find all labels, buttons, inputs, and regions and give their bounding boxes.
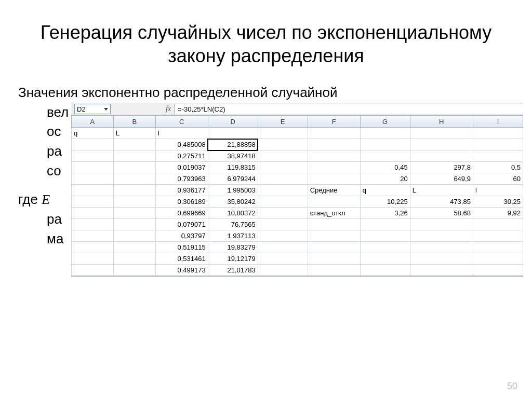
cell-B11[interactable]	[113, 242, 155, 253]
cell-G13[interactable]	[360, 265, 410, 276]
cell-A6[interactable]	[72, 185, 114, 196]
cell-C3[interactable]: 0,275711	[155, 150, 208, 162]
cell-C4[interactable]: 0,019037	[155, 162, 208, 173]
cell-H8[interactable]: 58,68	[410, 208, 473, 219]
cell-I3[interactable]	[473, 150, 523, 162]
formula-input[interactable]: =-30,25*LN(C2)	[174, 104, 523, 114]
cell-E13[interactable]	[258, 265, 308, 276]
col-head-E[interactable]: E	[258, 116, 308, 128]
cell-E2[interactable]	[258, 139, 308, 150]
cell-F9[interactable]	[308, 219, 360, 230]
cell-D2[interactable]: 21,88858	[208, 139, 258, 150]
col-head-H[interactable]: H	[410, 116, 473, 128]
cell-C10[interactable]: 0,93797	[155, 230, 208, 242]
cell-D3[interactable]: 38,97418	[208, 150, 258, 162]
cell-A1[interactable]: q	[72, 128, 114, 139]
cell-E7[interactable]	[258, 196, 308, 208]
cell-D8[interactable]: 10,80372	[208, 208, 258, 219]
cell-F4[interactable]	[308, 162, 360, 173]
cell-H10[interactable]	[410, 230, 473, 242]
cell-I12[interactable]	[473, 253, 523, 265]
cell-E5[interactable]	[258, 173, 308, 185]
cell-G7[interactable]: 10,225	[360, 196, 410, 208]
cell-G10[interactable]	[360, 230, 410, 242]
cell-C5[interactable]: 0,793963	[155, 173, 208, 185]
cell-D12[interactable]: 19,12179	[208, 253, 258, 265]
cell-H13[interactable]	[410, 265, 473, 276]
cell-B12[interactable]	[113, 253, 155, 265]
cell-H7[interactable]: 473,85	[410, 196, 473, 208]
cell-C6[interactable]: 0,936177	[155, 185, 208, 196]
cell-I9[interactable]	[473, 219, 523, 230]
cell-H9[interactable]	[410, 219, 473, 230]
cell-B13[interactable]	[113, 265, 155, 276]
cell-H1[interactable]	[410, 128, 473, 139]
cell-C7[interactable]: 0,306189	[155, 196, 208, 208]
cell-G1[interactable]	[360, 128, 410, 139]
name-box[interactable]: D2	[74, 104, 111, 114]
cell-G8[interactable]: 3,26	[360, 208, 410, 219]
cell-D5[interactable]: 6,979244	[208, 173, 258, 185]
cell-A13[interactable]	[72, 265, 114, 276]
cell-B3[interactable]	[113, 150, 155, 162]
col-head-G[interactable]: G	[360, 116, 410, 128]
cell-A11[interactable]	[72, 242, 114, 253]
cell-H3[interactable]	[410, 150, 473, 162]
cell-I11[interactable]	[473, 242, 523, 253]
cell-H4[interactable]: 297,8	[410, 162, 473, 173]
cell-F8[interactable]: станд_откл	[308, 208, 360, 219]
cell-B5[interactable]	[113, 173, 155, 185]
cell-F6[interactable]: Средние	[308, 185, 360, 196]
cell-B4[interactable]	[113, 162, 155, 173]
cell-D1[interactable]	[208, 128, 258, 139]
cell-E10[interactable]	[258, 230, 308, 242]
cell-B2[interactable]	[113, 139, 155, 150]
cell-E9[interactable]	[258, 219, 308, 230]
cell-E3[interactable]	[258, 150, 308, 162]
cell-G3[interactable]	[360, 150, 410, 162]
cell-G5[interactable]: 20	[360, 173, 410, 185]
cell-E11[interactable]	[258, 242, 308, 253]
cell-A12[interactable]	[72, 253, 114, 265]
fx-icon[interactable]: fx	[166, 105, 171, 113]
cell-B8[interactable]	[113, 208, 155, 219]
cell-G9[interactable]	[360, 219, 410, 230]
cell-F13[interactable]	[308, 265, 360, 276]
cell-H2[interactable]	[410, 139, 473, 150]
cell-F1[interactable]	[308, 128, 360, 139]
cell-D4[interactable]: 119,8315	[208, 162, 258, 173]
col-head-F[interactable]: F	[308, 116, 360, 128]
cell-I4[interactable]: 0,5	[473, 162, 523, 173]
cell-C13[interactable]: 0,499173	[155, 265, 208, 276]
cell-D6[interactable]: 1,995003	[208, 185, 258, 196]
cell-F7[interactable]	[308, 196, 360, 208]
cell-I5[interactable]: 60	[473, 173, 523, 185]
col-head-C[interactable]: C	[155, 116, 208, 128]
cell-A10[interactable]	[72, 230, 114, 242]
cell-B9[interactable]	[113, 219, 155, 230]
cell-A3[interactable]	[72, 150, 114, 162]
cell-C2[interactable]: 0,485008	[155, 139, 208, 150]
cell-A4[interactable]	[72, 162, 114, 173]
col-head-B[interactable]: B	[113, 116, 155, 128]
cell-C12[interactable]: 0,531461	[155, 253, 208, 265]
cell-F10[interactable]	[308, 230, 360, 242]
cell-A7[interactable]	[72, 196, 114, 208]
cell-I13[interactable]	[473, 265, 523, 276]
cell-H12[interactable]	[410, 253, 473, 265]
cell-G11[interactable]	[360, 242, 410, 253]
cell-F2[interactable]	[308, 139, 360, 150]
cell-E12[interactable]	[258, 253, 308, 265]
cell-D13[interactable]: 21,01783	[208, 265, 258, 276]
cell-E4[interactable]	[258, 162, 308, 173]
cell-E1[interactable]	[258, 128, 308, 139]
cell-B10[interactable]	[113, 230, 155, 242]
col-head-D[interactable]: D	[208, 116, 258, 128]
cell-C9[interactable]: 0,079071	[155, 219, 208, 230]
cell-C1[interactable]: l	[155, 128, 208, 139]
cell-H5[interactable]: 649,9	[410, 173, 473, 185]
cell-G2[interactable]	[360, 139, 410, 150]
cell-A9[interactable]	[72, 219, 114, 230]
cell-I7[interactable]: 30,25	[473, 196, 523, 208]
cell-B7[interactable]	[113, 196, 155, 208]
